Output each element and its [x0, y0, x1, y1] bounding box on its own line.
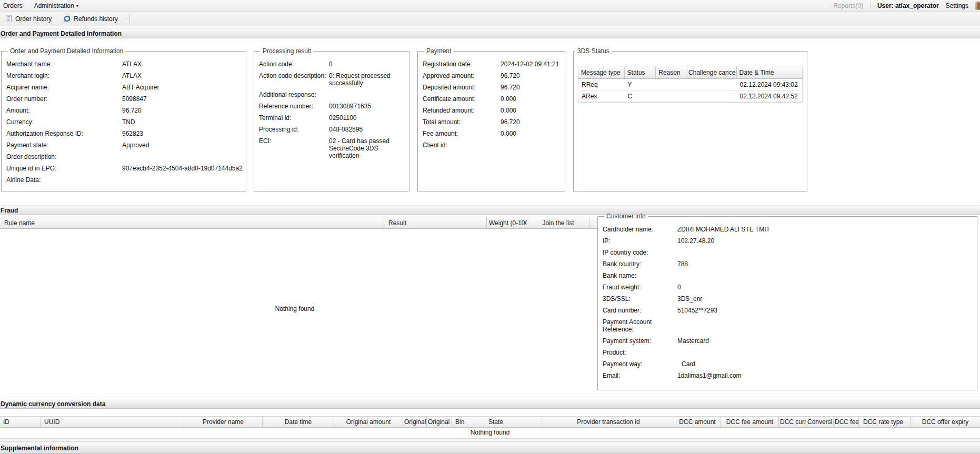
menu-administration-label: Administration — [34, 2, 74, 9]
dcc-empty-text: Nothing found — [0, 429, 980, 436]
field-row: Terminal id:02501100 — [259, 114, 406, 122]
field-value: 04IF082595 — [329, 126, 406, 133]
column-header[interactable]: Challenge cancel — [687, 66, 737, 78]
cell-status: Y — [625, 79, 656, 90]
field-value: 02501100 — [329, 114, 406, 122]
field-row: 3DS/SSL:3DS_enr — [603, 295, 974, 302]
refunds-history-button[interactable]: Refunds history — [61, 14, 119, 24]
field-row: Acquirer name:ABT Acquirer — [6, 84, 243, 91]
column-header[interactable]: Reason — [656, 66, 687, 78]
field-row: Airline Data: — [6, 176, 243, 184]
field-label: Registration date: — [423, 60, 501, 68]
column-header[interactable]: Provider name — [184, 417, 263, 427]
column-header[interactable]: Conversi — [806, 417, 834, 427]
field-label: Product: — [603, 349, 677, 356]
column-header[interactable]: DCC amount — [674, 417, 721, 427]
field-value: 1dalimas1@gmail.com — [677, 372, 974, 379]
table-row[interactable]: RReq Y 02.12.2024 09:43:02 — [578, 79, 802, 90]
field-label: Action code description: — [259, 72, 329, 79]
field-value: TND — [122, 118, 243, 126]
column-header[interactable]: Result — [384, 217, 487, 228]
column-header[interactable]: Original c — [427, 417, 452, 427]
order-history-button[interactable]: Order history — [3, 14, 54, 24]
dcc-section-title: Dynamic currency conversion data — [1, 400, 105, 408]
field-label: Airline Data: — [6, 176, 122, 184]
column-header[interactable]: DCC fee amount — [721, 417, 779, 427]
field-row: Order description: — [6, 153, 243, 160]
field-label: Fee amount: — [423, 130, 501, 137]
field-label: Payment state: — [6, 142, 122, 149]
menu-reports[interactable]: Reports(0) — [833, 2, 863, 9]
field-label: Email: — [603, 372, 677, 379]
cell-challenge-cancel — [687, 90, 737, 102]
horizontal-scrollbar[interactable] — [0, 438, 980, 442]
order-history-label: Order history — [15, 15, 52, 23]
column-header[interactable]: Weight (0-100) — [487, 217, 527, 228]
field-row: Currency:TND — [6, 118, 243, 126]
table-row[interactable]: ARes C 02.12.2024 09:42:52 — [578, 90, 802, 102]
field-label: Action code: — [259, 60, 329, 68]
field-value: 2024-12-02 09:41:21 — [501, 60, 562, 68]
field-value: 96.720 — [501, 118, 562, 126]
column-header[interactable]: UUID — [41, 417, 184, 427]
column-header[interactable]: Message type — [578, 66, 625, 78]
field-label: Cardholder name: — [603, 226, 677, 233]
field-label: Order number: — [6, 95, 122, 103]
field-value: 0.000 — [501, 130, 562, 137]
page-title: Order and Payment Detailed Information — [1, 30, 122, 37]
column-header[interactable]: DCC fee — [834, 417, 859, 427]
column-header[interactable]: DCC offer expiry — [911, 417, 980, 427]
three-ds-panel: 3DS Status Message type Status Reason Ch… — [573, 47, 807, 191]
column-header[interactable]: DCC rate type — [859, 417, 911, 427]
menu-administration[interactable]: Administration▾ — [34, 2, 78, 9]
menu-settings[interactable]: Settings — [946, 2, 968, 9]
column-header[interactable]: Join the list — [527, 217, 589, 228]
field-value: 0: Request processed successfully — [329, 72, 406, 87]
field-label: Approved amount: — [423, 72, 501, 79]
cell-status: C — [625, 90, 656, 102]
field-label: Additional response: — [259, 91, 329, 98]
cell-message-type: RReq — [578, 79, 625, 90]
column-header[interactable]: State — [484, 417, 543, 427]
column-header[interactable]: Date & Time — [737, 66, 802, 78]
field-label: Deposited amount: — [423, 84, 501, 91]
column-header[interactable]: Bin — [452, 417, 484, 427]
fraud-empty-text: Nothing found — [0, 305, 589, 312]
menu-right: Reports(0) User: atlax_operator Settings — [826, 2, 980, 10]
refunds-history-label: Refunds history — [74, 15, 117, 23]
menu-orders[interactable]: Orders — [3, 2, 23, 9]
field-row: Amount:96.720 — [6, 107, 243, 114]
column-header[interactable]: Provider transaction id — [543, 417, 674, 427]
field-value: 102.27.48.20 — [677, 237, 974, 245]
column-header[interactable]: Rule name — [0, 217, 384, 228]
field-label: Payment Account Reference: — [603, 318, 677, 333]
field-row: IP country code: — [603, 249, 974, 256]
column-header[interactable]: Original f — [403, 417, 427, 427]
column-header[interactable]: Status — [625, 66, 656, 78]
field-value: 02 - Card has passed SecureCode 3DS veri… — [329, 137, 406, 159]
field-row: Certificate amount:0.000 — [423, 95, 562, 103]
logout-door-icon[interactable] — [975, 2, 980, 10]
field-value: 907eacb4-2352-4504-a8d0-19d07144d5a2 — [122, 165, 243, 172]
field-label: Total amount: — [423, 118, 501, 126]
page-title-bar: Order and Payment Detailed Information — [0, 28, 980, 38]
three-ds-table: Message type Status Reason Challenge can… — [578, 66, 803, 103]
fraud-section-title: Fraud — [1, 207, 18, 214]
field-row: Fraud weight:0 — [603, 284, 974, 291]
field-row: Merchant login:ATLAX — [6, 72, 243, 79]
field-label: IP country code: — [603, 249, 677, 256]
column-header[interactable]: Original amount — [334, 417, 403, 427]
field-label: Card number: — [603, 307, 677, 314]
field-value: 962823 — [122, 130, 243, 137]
customer-info-panel: Customer info Cardholder name:ZDIRI MOHA… — [597, 213, 977, 390]
column-header[interactable]: Date time — [263, 417, 334, 427]
fraud-table-header: Rule name Result Weight (0-100) Join the… — [0, 217, 597, 229]
menubar-separator — [826, 2, 826, 9]
field-label: Terminal id: — [259, 114, 329, 122]
column-header[interactable]: ID — [0, 417, 41, 427]
scrollbar-spacer — [589, 217, 597, 228]
field-row: Refunded amount:0.000 — [423, 107, 562, 114]
supplemental-section-bar: Supplemental information — [0, 442, 980, 454]
field-row: Fee amount:0.000 — [423, 130, 562, 137]
column-header[interactable]: DCC curr — [779, 417, 806, 427]
